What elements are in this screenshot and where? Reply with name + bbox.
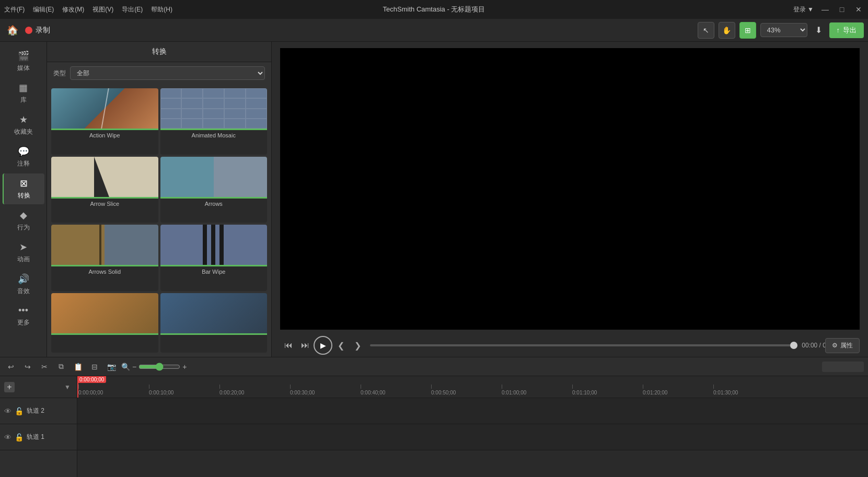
sidebar-item-animations[interactable]: ➤ 动画 [3,237,44,268]
ruler-mark: 0:01:00;00 [502,385,526,395]
library-icon: ▦ [19,82,28,94]
sidebar-label-annotations: 注释 [17,159,30,168]
filter-row: 类型 全部 基本 [47,62,271,84]
progress-bar[interactable] [370,344,797,346]
transition-item-bar-wipe[interactable]: Bar Wipe [160,225,268,291]
copy-button[interactable]: ⧉ [54,360,68,374]
sidebar-item-annotations[interactable]: 💬 注释 [3,142,44,172]
close-button[interactable]: ✕ [853,4,864,15]
menu-file[interactable]: 文件(F) [4,5,25,14]
transition-item-arrow-slice[interactable]: Arrow Slice [51,157,158,223]
track1-visibility-icon[interactable]: 👁 [4,433,11,441]
track-row-2[interactable] [77,398,868,424]
transition-item-extra2[interactable] [160,293,268,353]
record-label: 录制 [36,26,50,35]
add-track-button[interactable]: + [4,382,15,392]
progress-thumb [790,342,797,349]
track1-name: 轨道 1 [27,433,44,441]
sidebar-label-behaviors: 行为 [17,223,30,232]
transition-item-extra1[interactable] [51,293,158,353]
sidebar-item-behaviors[interactable]: ◆ 行为 [3,205,44,236]
next-frame-button[interactable]: ❯ [349,337,366,354]
redo-button[interactable]: ↪ [21,360,34,374]
toolbar-right: ⬇ ↑ 导出 [812,22,864,38]
ruler-marks: 0:00:00;000:00:10;000:00:20;000:00:30;00… [77,376,868,395]
audio-icon: 🔊 [18,273,29,285]
more-icon: ••• [18,305,28,316]
menu-help[interactable]: 帮助(H) [151,5,172,14]
sidebar-item-more[interactable]: ••• 更多 [3,301,44,331]
export-button[interactable]: ↑ 导出 [829,22,864,38]
timeline-content: + ▼ 👁 🔓 轨道 2 👁 🔓 轨道 1 0:00:00;00 [0,376,868,477]
maximize-button[interactable]: □ [837,4,847,15]
record-button[interactable]: 录制 [25,26,50,35]
transition-label-extra2 [160,335,268,339]
prev-frame-button[interactable]: ❮ [332,337,349,354]
zoom-minus[interactable]: − [132,363,136,371]
transition-thumb-arrows [160,157,268,199]
panel-title: 转换 [47,42,271,62]
paste-button[interactable]: 📋 [71,360,85,374]
transition-thumb-bar-wipe [160,225,268,266]
hand-tool-button[interactable]: ✋ [719,22,735,39]
transition-item-arrows-solid[interactable]: Arrows Solid [51,225,158,291]
split-view-button[interactable]: ⊟ [88,360,101,374]
zoom-range[interactable] [138,363,180,371]
sidebar-label-more: 更多 [17,318,30,327]
time-current: 00:00 [802,342,817,349]
gear-icon: ⚙ [832,342,838,349]
transition-label-extra1 [51,335,158,339]
ruler-mark: 0:00:30;00 [290,385,315,395]
download-button[interactable]: ⬇ [812,23,826,38]
transitions-grid: Action Wipe Animated Mosaic Arrow Slice [47,84,271,357]
export-label: 导出 [843,26,857,35]
undo-button[interactable]: ↩ [4,360,18,374]
minimize-button[interactable]: — [820,4,830,15]
type-filter-select[interactable]: 全部 基本 [70,66,265,80]
sidebar-item-media[interactable]: 🎬 媒体 [3,46,44,77]
track2-visibility-icon[interactable]: 👁 [4,407,11,415]
sidebar-item-transitions[interactable]: ⊠ 转换 [3,173,44,204]
menu-edit[interactable]: 编辑(E) [33,5,54,14]
collapse-button[interactable]: ▼ [62,382,73,392]
login-link[interactable]: 登录 ▼ [793,5,814,14]
play-button[interactable]: ▶ [314,336,332,355]
transition-item-action-wipe[interactable]: Action Wipe [51,88,158,155]
step-back-button[interactable]: ⏭ [297,337,314,354]
ruler-mark: 0:01:30;00 [713,385,738,395]
properties-button[interactable]: ⚙ 属性 [825,338,860,353]
zoom-plus[interactable]: + [182,363,187,371]
cut-button[interactable]: ✂ [38,360,51,374]
main-area: 🎬 媒体 ▦ 库 ★ 收藏夹 💬 注释 ⊠ 转换 ◆ 行为 ➤ 动画 🔊 [0,42,868,357]
track2-lock-icon[interactable]: 🔓 [15,407,24,415]
snapshot-button[interactable]: 📷 [105,360,118,374]
menu-view[interactable]: 视图(V) [92,5,113,14]
zoom-selector[interactable]: 43% 50% 75% 100% [760,23,807,37]
sidebar-item-favorites[interactable]: ★ 收藏夹 [3,110,44,141]
transition-label-animated-mosaic: Animated Mosaic [160,130,268,141]
window-controls: 登录 ▼ — □ ✕ [793,4,864,15]
menu-modify[interactable]: 修改(M) [62,5,84,14]
zoom-slider: 🔍 − + [121,363,187,371]
track-label-1: 👁 🔓 轨道 1 [0,424,77,450]
properties-label: 属性 [840,341,853,350]
sidebar-item-audio[interactable]: 🔊 音效 [3,269,44,300]
title-bar: 文件(F) 编辑(E) 修改(M) 视图(V) 导出(E) 帮助(H) Tech… [0,0,868,19]
crop-tool-button[interactable]: ⊞ [739,22,756,39]
transition-thumb-extra1 [51,293,158,335]
transition-thumb-animated-mosaic [160,88,268,130]
transition-item-animated-mosaic[interactable]: Animated Mosaic [160,88,268,155]
home-button[interactable]: 🏠 [4,22,21,39]
menu-bar: 文件(F) 编辑(E) 修改(M) 视图(V) 导出(E) 帮助(H) [4,5,172,14]
sidebar-item-library[interactable]: ▦ 库 [3,78,44,109]
track-row-1[interactable] [77,424,868,450]
track1-lock-icon[interactable]: 🔓 [15,433,24,441]
menu-export[interactable]: 导出(E) [122,5,143,14]
window-title: TechSmith Camtasia - 无标题项目 [383,5,485,14]
rewind-button[interactable]: ⏮ [280,337,297,354]
transition-item-arrows[interactable]: Arrows [160,157,268,223]
arrow-tool-button[interactable]: ↖ [698,22,714,39]
transitions-panel: 转换 类型 全部 基本 Action Wipe Animated Mosaic [47,42,272,357]
preview-canvas [280,48,860,330]
timeline-scrollbar[interactable] [822,362,864,372]
